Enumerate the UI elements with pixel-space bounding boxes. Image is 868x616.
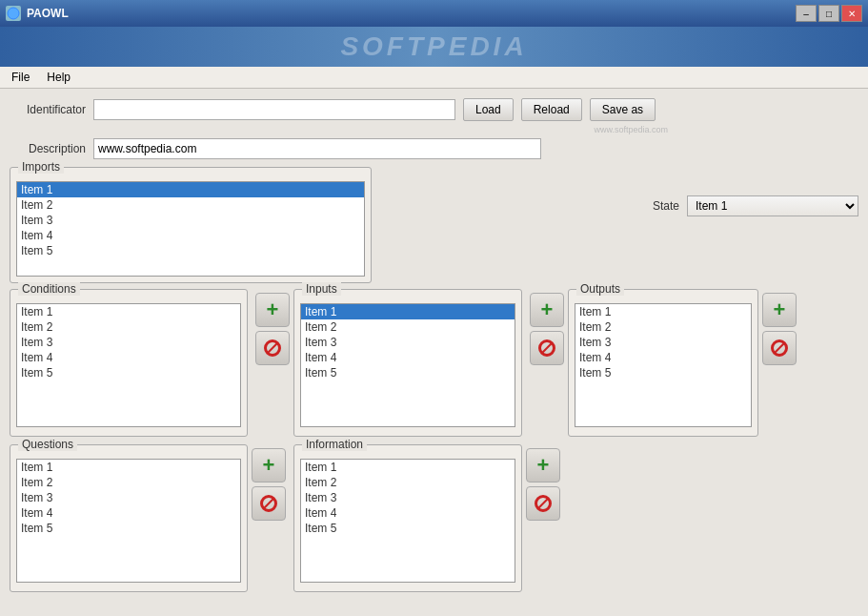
- outputs-item-3[interactable]: Item 4: [575, 350, 751, 365]
- information-remove-button[interactable]: [526, 486, 560, 521]
- state-label: State: [653, 199, 679, 213]
- bottom-panels: Questions Item 1 Item 2 Item 3 Item 4 It…: [10, 444, 858, 592]
- imports-item-2[interactable]: Item 3: [17, 213, 364, 228]
- conditions-section: Conditions Item 1 Item 2 Item 3 Item 4 I…: [10, 289, 248, 437]
- middle-panels: Conditions Item 1 Item 2 Item 3 Item 4 I…: [10, 289, 858, 437]
- information-item-3[interactable]: Item 4: [301, 505, 515, 521]
- inputs-buttons: +: [255, 289, 290, 365]
- information-item-2[interactable]: Item 3: [301, 490, 515, 505]
- outputs-listbox[interactable]: Item 1 Item 2 Item 3 Item 4 Item 5: [575, 303, 752, 427]
- inputs-add-button[interactable]: +: [255, 293, 290, 327]
- conditions-item-2[interactable]: Item 3: [17, 335, 240, 350]
- maximize-button[interactable]: □: [818, 5, 839, 22]
- identificator-input[interactable]: [93, 99, 455, 120]
- outputs-item-2[interactable]: Item 3: [575, 335, 751, 350]
- window-title: PAOWL: [27, 7, 69, 20]
- questions-item-2[interactable]: Item 3: [17, 490, 240, 505]
- questions-group: Questions Item 1 Item 2 Item 3 Item 4 It…: [10, 444, 248, 592]
- conditions-item-4[interactable]: Item 5: [17, 365, 240, 380]
- information-group: Information Item 1 Item 2 Item 3 Item 4 …: [293, 444, 522, 592]
- outputs-item-4[interactable]: Item 5: [575, 365, 751, 380]
- state-row: State Item 1Item 2Item 3Item 4Item 5: [653, 195, 858, 216]
- information-item-0[interactable]: Item 1: [301, 460, 515, 475]
- outputs-buttons: +: [530, 289, 564, 365]
- information-section: Information Item 1 Item 2 Item 3 Item 4 …: [293, 444, 560, 592]
- questions-buttons: +: [252, 444, 286, 521]
- description-row: Description: [10, 138, 858, 159]
- outputs-title: Outputs: [576, 282, 624, 296]
- imports-item-1[interactable]: Item 2: [17, 197, 364, 213]
- inputs-remove-button[interactable]: [255, 331, 290, 365]
- conditions-listbox[interactable]: Item 1 Item 2 Item 3 Item 4 Item 5: [16, 303, 241, 427]
- imports-item-4[interactable]: Item 5: [17, 243, 364, 258]
- inputs-item-1[interactable]: Item 2: [301, 319, 515, 335]
- top-section: Imports Item 1 Item 2 Item 3 Item 4 Item…: [10, 167, 858, 283]
- questions-item-1[interactable]: Item 2: [17, 475, 240, 490]
- app-icon: [6, 6, 21, 21]
- conditions-item-1[interactable]: Item 2: [17, 319, 240, 335]
- no-icon-information: [535, 495, 552, 512]
- questions-add-button[interactable]: +: [252, 448, 286, 483]
- minimize-button[interactable]: –: [796, 5, 817, 22]
- questions-remove-button[interactable]: [252, 486, 286, 521]
- svg-point-0: [8, 8, 19, 19]
- outputs-add-right-button[interactable]: +: [762, 293, 797, 327]
- description-input[interactable]: [93, 138, 541, 159]
- outputs-add-button[interactable]: +: [530, 293, 564, 327]
- conditions-item-0[interactable]: Item 1: [17, 304, 240, 319]
- inputs-title: Inputs: [302, 282, 341, 296]
- information-title: Information: [302, 438, 367, 451]
- conditions-title: Conditions: [18, 282, 80, 296]
- information-add-button[interactable]: +: [526, 448, 560, 483]
- imports-listbox[interactable]: Item 1 Item 2 Item 3 Item 4 Item 5: [16, 181, 365, 277]
- no-icon: [264, 339, 281, 357]
- plus-icon: +: [267, 299, 279, 320]
- menu-bar: File Help: [0, 67, 868, 89]
- window-controls: – □ ✕: [796, 5, 862, 22]
- inputs-item-3[interactable]: Item 4: [301, 350, 515, 365]
- inputs-item-4[interactable]: Item 5: [301, 365, 515, 380]
- save-as-button[interactable]: Save as: [590, 98, 656, 121]
- softpedia-banner: SOFTPEDIA: [0, 27, 868, 67]
- close-button[interactable]: ✕: [841, 5, 862, 22]
- imports-item-3[interactable]: Item 4: [17, 228, 364, 243]
- information-item-4[interactable]: Item 5: [301, 521, 515, 536]
- menu-help[interactable]: Help: [39, 69, 78, 86]
- no-icon-outputs-right: [771, 339, 788, 357]
- outputs-right-buttons: +: [762, 289, 797, 365]
- outputs-item-1[interactable]: Item 2: [575, 319, 751, 335]
- inputs-section: + Inputs Item 1 Item 2 Item 3 Item 4 Ite…: [255, 289, 522, 437]
- questions-item-4[interactable]: Item 5: [17, 521, 240, 536]
- watermark-top: www.softpedia.com: [10, 125, 858, 134]
- outputs-remove-right-button[interactable]: [762, 331, 797, 365]
- plus-icon-outputs: +: [541, 299, 554, 320]
- reload-button[interactable]: Reload: [521, 98, 582, 121]
- outputs-item-0[interactable]: Item 1: [575, 304, 751, 319]
- outputs-section: + Outputs Item 1 Item 2 Item 3 Item 4 It…: [530, 289, 797, 437]
- inputs-group: Inputs Item 1 Item 2 Item 3 Item 4 Item …: [293, 289, 522, 437]
- information-listbox[interactable]: Item 1 Item 2 Item 3 Item 4 Item 5: [300, 459, 515, 583]
- outputs-group: Outputs Item 1 Item 2 Item 3 Item 4 Item…: [568, 289, 758, 437]
- information-item-1[interactable]: Item 2: [301, 475, 515, 490]
- conditions-item-3[interactable]: Item 4: [17, 350, 240, 365]
- softpedia-text: SOFTPEDIA: [340, 31, 527, 62]
- menu-file[interactable]: File: [4, 69, 37, 86]
- inputs-listbox[interactable]: Item 1 Item 2 Item 3 Item 4 Item 5: [300, 303, 515, 427]
- inputs-item-0[interactable]: Item 1: [301, 304, 515, 319]
- questions-title: Questions: [18, 438, 77, 451]
- load-button[interactable]: Load: [463, 98, 514, 121]
- questions-item-0[interactable]: Item 1: [17, 460, 240, 475]
- outputs-remove-button[interactable]: [530, 331, 564, 365]
- inputs-item-2[interactable]: Item 3: [301, 335, 515, 350]
- imports-item-0[interactable]: Item 1: [17, 182, 364, 197]
- main-area: Identificator Load Reload Save as www.so…: [0, 89, 868, 616]
- imports-title: Imports: [18, 160, 64, 174]
- questions-item-3[interactable]: Item 4: [17, 505, 240, 521]
- questions-listbox[interactable]: Item 1 Item 2 Item 3 Item 4 Item 5: [16, 459, 241, 583]
- state-select[interactable]: Item 1Item 2Item 3Item 4Item 5: [687, 195, 858, 216]
- description-label: Description: [10, 142, 86, 155]
- no-icon-questions: [260, 495, 277, 512]
- conditions-group: Conditions Item 1 Item 2 Item 3 Item 4 I…: [10, 289, 248, 437]
- no-icon-outputs: [538, 339, 555, 357]
- plus-icon-outputs-right: +: [774, 299, 786, 320]
